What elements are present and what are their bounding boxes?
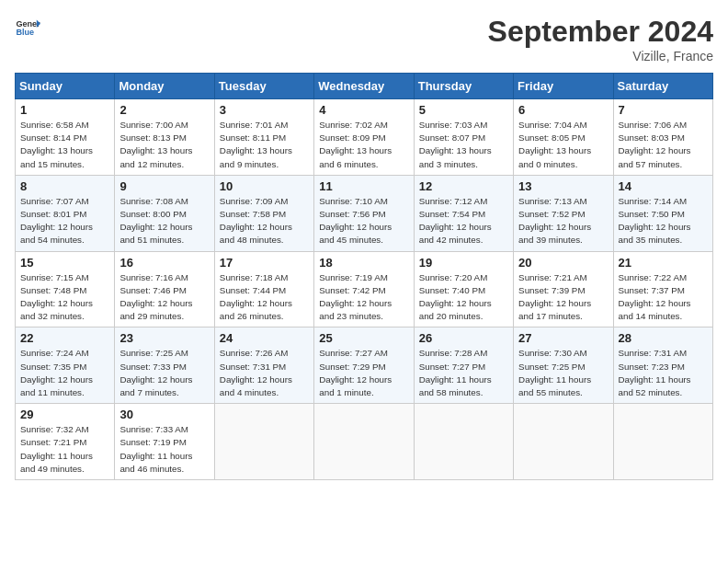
calendar-cell: 23Sunrise: 7:25 AM Sunset: 7:33 PM Dayli… [115,327,214,404]
day-header-sunday: Sunday [16,74,115,99]
day-number: 2 [119,103,209,117]
calendar-week-4: 22Sunrise: 7:24 AM Sunset: 7:35 PM Dayli… [16,327,713,404]
day-detail: Sunrise: 6:58 AM Sunset: 8:14 PM Dayligh… [20,119,109,171]
day-number: 24 [220,331,309,345]
calendar-cell: 3Sunrise: 7:01 AM Sunset: 8:11 PM Daylig… [214,99,313,176]
day-number: 26 [419,331,508,345]
calendar-table: SundayMondayTuesdayWednesdayThursdayFrid… [15,73,713,480]
day-detail: Sunrise: 7:03 AM Sunset: 8:07 PM Dayligh… [419,119,508,171]
day-header-monday: Monday [115,74,214,99]
day-detail: Sunrise: 7:14 AM Sunset: 7:50 PM Dayligh… [619,195,708,247]
day-detail: Sunrise: 7:33 AM Sunset: 7:19 PM Dayligh… [119,423,209,476]
calendar-cell: 16Sunrise: 7:16 AM Sunset: 7:46 PM Dayli… [115,251,214,327]
calendar-cell: 8Sunrise: 7:07 AM Sunset: 8:01 PM Daylig… [16,175,115,251]
day-detail: Sunrise: 7:00 AM Sunset: 8:13 PM Dayligh… [119,119,209,171]
calendar-cell: 26Sunrise: 7:28 AM Sunset: 7:27 PM Dayli… [414,327,513,404]
day-detail: Sunrise: 7:32 AM Sunset: 7:21 PM Dayligh… [20,423,109,476]
day-number: 19 [419,256,508,270]
location: Vizille, France [488,49,713,63]
calendar-cell [414,404,513,480]
header-row: SundayMondayTuesdayWednesdayThursdayFrid… [16,74,713,99]
day-header-saturday: Saturday [613,74,712,99]
calendar-cell: 11Sunrise: 7:10 AM Sunset: 7:56 PM Dayli… [314,175,414,251]
day-number: 3 [220,103,309,117]
day-header-tuesday: Tuesday [214,74,313,99]
day-detail: Sunrise: 7:09 AM Sunset: 7:58 PM Dayligh… [220,195,309,247]
calendar-cell: 1Sunrise: 6:58 AM Sunset: 8:14 PM Daylig… [16,99,115,176]
day-header-wednesday: Wednesday [314,74,414,99]
calendar-week-1: 1Sunrise: 6:58 AM Sunset: 8:14 PM Daylig… [16,99,713,176]
day-detail: Sunrise: 7:22 AM Sunset: 7:37 PM Dayligh… [619,271,708,324]
title-block: September 2024 Vizille, France [488,15,713,63]
calendar-cell: 13Sunrise: 7:13 AM Sunset: 7:52 PM Dayli… [514,175,613,251]
day-number: 14 [619,179,708,193]
day-number: 10 [220,179,309,193]
day-number: 22 [20,331,109,345]
day-number: 9 [119,179,209,193]
month-title: September 2024 [488,15,713,49]
day-detail: Sunrise: 7:20 AM Sunset: 7:40 PM Dayligh… [419,271,508,324]
day-number: 13 [518,179,608,193]
calendar-cell: 14Sunrise: 7:14 AM Sunset: 7:50 PM Dayli… [613,175,712,251]
day-detail: Sunrise: 7:15 AM Sunset: 7:48 PM Dayligh… [20,271,109,324]
calendar-cell: 22Sunrise: 7:24 AM Sunset: 7:35 PM Dayli… [16,327,115,404]
day-detail: Sunrise: 7:13 AM Sunset: 7:52 PM Dayligh… [518,195,608,247]
day-number: 21 [619,256,708,270]
day-detail: Sunrise: 7:28 AM Sunset: 7:27 PM Dayligh… [419,347,508,399]
day-detail: Sunrise: 7:31 AM Sunset: 7:23 PM Dayligh… [619,347,708,399]
day-detail: Sunrise: 7:27 AM Sunset: 7:29 PM Dayligh… [319,347,408,399]
calendar-cell: 7Sunrise: 7:06 AM Sunset: 8:03 PM Daylig… [613,99,712,176]
calendar-week-3: 15Sunrise: 7:15 AM Sunset: 7:48 PM Dayli… [16,251,713,327]
day-number: 20 [518,256,608,270]
calendar-week-2: 8Sunrise: 7:07 AM Sunset: 8:01 PM Daylig… [16,175,713,251]
calendar-cell [613,404,712,480]
calendar-cell: 12Sunrise: 7:12 AM Sunset: 7:54 PM Dayli… [414,175,513,251]
calendar-cell [214,404,313,480]
calendar-cell: 24Sunrise: 7:26 AM Sunset: 7:31 PM Dayli… [214,327,313,404]
day-number: 18 [319,256,408,270]
day-detail: Sunrise: 7:02 AM Sunset: 8:09 PM Dayligh… [319,119,408,171]
calendar-cell: 9Sunrise: 7:08 AM Sunset: 8:00 PM Daylig… [115,175,214,251]
day-detail: Sunrise: 7:06 AM Sunset: 8:03 PM Dayligh… [619,119,708,171]
day-number: 12 [419,179,508,193]
calendar-cell [314,404,414,480]
calendar-cell: 2Sunrise: 7:00 AM Sunset: 8:13 PM Daylig… [115,99,214,176]
day-number: 30 [119,408,209,421]
day-detail: Sunrise: 7:16 AM Sunset: 7:46 PM Dayligh… [119,271,209,324]
day-number: 29 [20,408,109,421]
day-number: 7 [619,103,708,117]
calendar-cell: 21Sunrise: 7:22 AM Sunset: 7:37 PM Dayli… [613,251,712,327]
day-number: 25 [319,331,408,345]
day-header-friday: Friday [514,74,613,99]
day-number: 11 [319,179,408,193]
day-number: 15 [20,256,109,270]
calendar-cell: 29Sunrise: 7:32 AM Sunset: 7:21 PM Dayli… [16,404,115,480]
day-number: 27 [518,331,608,345]
day-detail: Sunrise: 7:12 AM Sunset: 7:54 PM Dayligh… [419,195,508,247]
calendar-cell [514,404,613,480]
day-number: 6 [518,103,608,117]
calendar-cell: 27Sunrise: 7:30 AM Sunset: 7:25 PM Dayli… [514,327,613,404]
calendar-cell: 10Sunrise: 7:09 AM Sunset: 7:58 PM Dayli… [214,175,313,251]
calendar-cell: 6Sunrise: 7:04 AM Sunset: 8:05 PM Daylig… [514,99,613,176]
calendar-cell: 4Sunrise: 7:02 AM Sunset: 8:09 PM Daylig… [314,99,414,176]
day-number: 4 [319,103,408,117]
day-number: 23 [119,331,209,345]
day-number: 17 [220,256,309,270]
day-number: 1 [20,103,109,117]
logo-icon: General Blue [15,15,40,40]
day-detail: Sunrise: 7:01 AM Sunset: 8:11 PM Dayligh… [220,119,309,171]
day-detail: Sunrise: 7:19 AM Sunset: 7:42 PM Dayligh… [319,271,408,324]
day-detail: Sunrise: 7:08 AM Sunset: 8:00 PM Dayligh… [119,195,209,247]
day-detail: Sunrise: 7:30 AM Sunset: 7:25 PM Dayligh… [518,347,608,399]
calendar-cell: 5Sunrise: 7:03 AM Sunset: 8:07 PM Daylig… [414,99,513,176]
calendar-cell: 25Sunrise: 7:27 AM Sunset: 7:29 PM Dayli… [314,327,414,404]
day-detail: Sunrise: 7:07 AM Sunset: 8:01 PM Dayligh… [20,195,109,247]
day-detail: Sunrise: 7:24 AM Sunset: 7:35 PM Dayligh… [20,347,109,399]
day-detail: Sunrise: 7:04 AM Sunset: 8:05 PM Dayligh… [518,119,608,171]
page-header: General Blue September 2024 Vizille, Fra… [15,15,713,63]
calendar-cell: 28Sunrise: 7:31 AM Sunset: 7:23 PM Dayli… [613,327,712,404]
day-header-thursday: Thursday [414,74,513,99]
day-number: 28 [619,331,708,345]
day-number: 5 [419,103,508,117]
